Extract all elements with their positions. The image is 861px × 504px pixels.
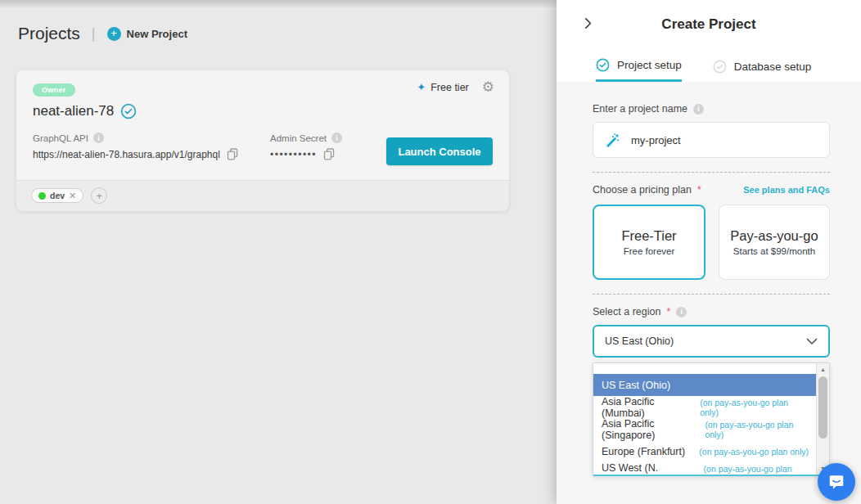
- create-project-form: Enter a project name i my-project Choose…: [557, 82, 861, 476]
- create-project-drawer: Create Project Project setup Database se…: [557, 0, 861, 504]
- plan-cards: Free-Tier Free forever Pay-as-you-go Sta…: [593, 205, 830, 280]
- pricing-plan-label: Choose a pricing plan: [593, 184, 692, 196]
- project-name-value: my-project: [631, 134, 681, 146]
- env-tag-dev[interactable]: dev ✕: [31, 188, 83, 203]
- project-name: neat-alien-78: [33, 103, 114, 119]
- tier-row: ✦ Free tier ⚙: [417, 80, 494, 94]
- env-tag-label: dev: [50, 191, 65, 200]
- region-label: Select a region: [593, 306, 660, 317]
- tab-label: Project setup: [617, 59, 682, 71]
- sparkle-icon: ✦: [417, 81, 426, 93]
- plan-card-pay-as-you-go[interactable]: Pay-as-you-go Starts at $99/month: [719, 205, 830, 280]
- tier-label: Free tier: [430, 82, 469, 93]
- scrollbar-thumb[interactable]: [818, 376, 827, 439]
- dropdown-scrollbar[interactable]: ▲ ▼: [816, 363, 829, 475]
- projects-page: Projects | + New Project Owner ✦ Free ti…: [0, 0, 557, 504]
- plan-restriction-note: (on pay-as-you-go plan only): [700, 398, 809, 417]
- plan-card-free-tier[interactable]: Free-Tier Free forever: [593, 205, 705, 280]
- tab-label: Database setup: [734, 61, 812, 73]
- project-card-main: Owner ✦ Free tier ⚙ neat-alien-78 GraphQ…: [16, 70, 509, 180]
- tab-project-setup[interactable]: Project setup: [596, 58, 682, 82]
- plan-restriction-note: (on pay-as-you-go plan only): [699, 447, 809, 457]
- plan-title: Pay-as-you-go: [730, 228, 818, 244]
- owner-badge: Owner: [33, 83, 75, 97]
- collapse-drawer-icon[interactable]: [582, 17, 594, 33]
- region-option[interactable]: US East (Ohio): [593, 374, 816, 396]
- divider: [593, 294, 830, 295]
- admin-secret-masked: ••••••••••: [270, 149, 317, 160]
- page-title: Projects: [18, 24, 80, 43]
- copy-icon[interactable]: [227, 148, 238, 160]
- drawer-title: Create Project: [557, 0, 861, 33]
- new-project-label: New Project: [127, 28, 187, 40]
- required-asterisk: *: [697, 184, 701, 196]
- plan-restriction-note: (on pay-as-you-go plan only): [704, 464, 809, 477]
- plan-subtitle: Starts at $99/month: [733, 246, 815, 256]
- info-icon[interactable]: i: [693, 104, 704, 115]
- scroll-up-icon[interactable]: ▲: [817, 363, 829, 376]
- plus-icon: +: [107, 27, 121, 41]
- chevron-down-icon: [806, 338, 818, 345]
- projects-header: Projects | + New Project: [0, 7, 557, 43]
- see-plans-link[interactable]: See plans and FAQs: [743, 185, 830, 195]
- chat-bubble-icon: [827, 473, 845, 491]
- launch-console-button[interactable]: Launch Console: [386, 137, 493, 165]
- plan-restriction-note: (on pay-as-you-go plan only): [705, 420, 809, 439]
- region-option[interactable]: Asia Pacific (Singapore) (on pay-as-you-…: [593, 418, 816, 440]
- region-select[interactable]: US East (Ohio): [593, 325, 830, 358]
- graphql-api-block: GraphQL API i https://neat-alien-78.hasu…: [33, 133, 270, 160]
- header-divider: |: [92, 25, 96, 43]
- project-tags-row: dev ✕ +: [16, 180, 509, 211]
- region-option[interactable]: US West (N. California) (on pay-as-you-g…: [593, 462, 816, 476]
- required-asterisk: *: [666, 306, 670, 317]
- new-project-button[interactable]: + New Project: [107, 27, 187, 41]
- project-name-label: Enter a project name: [593, 103, 687, 115]
- plan-subtitle: Free forever: [624, 246, 675, 256]
- region-option-list: US East (Ohio) Asia Pacific (Mumbai) (on…: [593, 363, 816, 476]
- info-icon[interactable]: i: [93, 133, 104, 143]
- plan-title: Free-Tier: [621, 228, 676, 244]
- admin-secret-label: Admin Secret: [270, 133, 327, 143]
- info-icon[interactable]: i: [676, 307, 687, 317]
- tab-database-setup[interactable]: Database setup: [713, 58, 812, 82]
- region-option[interactable]: Asia Pacific (Mumbai) (on pay-as-you-go …: [593, 396, 816, 418]
- graphql-api-label: GraphQL API: [33, 133, 88, 143]
- magic-wand-icon: [606, 133, 621, 148]
- env-status-dot: [38, 192, 46, 200]
- top-shadow-strip: [0, 0, 557, 7]
- setup-tabs: Project setup Database setup: [596, 58, 811, 82]
- add-tag-button[interactable]: +: [91, 187, 107, 204]
- drawer-header: Create Project Project setup Database se…: [557, 0, 861, 82]
- admin-secret-block: Admin Secret i ••••••••••: [270, 133, 378, 160]
- divider: [593, 172, 830, 173]
- gear-icon[interactable]: ⚙: [482, 80, 494, 94]
- remove-tag-icon[interactable]: ✕: [69, 191, 76, 200]
- graphql-api-url: https://neat-alien-78.hasura.app/v1/grap…: [33, 149, 220, 160]
- project-name-input[interactable]: my-project: [593, 122, 830, 158]
- verified-check-icon: [120, 103, 137, 119]
- check-circle-icon: [596, 58, 610, 72]
- region-option[interactable]: Europe (Frankfurt) (on pay-as-you-go pla…: [593, 440, 816, 462]
- region-dropdown: US East (Ohio) Asia Pacific (Mumbai) (on…: [593, 362, 830, 476]
- project-card: Owner ✦ Free tier ⚙ neat-alien-78 GraphQ…: [16, 70, 509, 211]
- project-name-row: neat-alien-78: [33, 103, 493, 119]
- info-icon[interactable]: i: [331, 133, 342, 143]
- project-info-row: GraphQL API i https://neat-alien-78.hasu…: [33, 133, 493, 165]
- copy-icon[interactable]: [323, 148, 335, 160]
- check-circle-icon: [713, 60, 727, 74]
- region-selected-value: US East (Ohio): [605, 335, 674, 347]
- chat-launcher-button[interactable]: [818, 463, 855, 501]
